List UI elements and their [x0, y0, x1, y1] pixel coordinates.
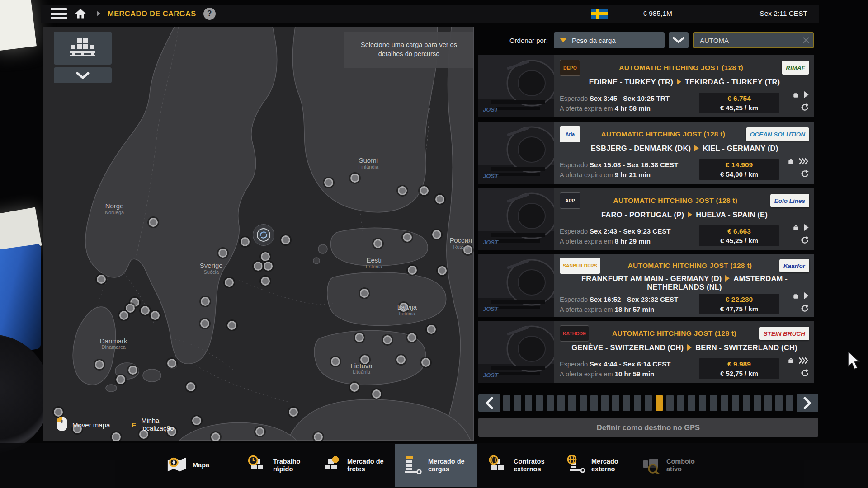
nav-tab-mercado-externo[interactable]: Mercado externo: [558, 443, 640, 488]
cargo-offer-card[interactable]: JOST APP AUTOMATIC HITCHING JOST (128 t)…: [478, 188, 814, 250]
city-marker[interactable]: [408, 266, 417, 275]
city-marker[interactable]: [421, 358, 430, 367]
cargo-offer-card[interactable]: JOST SANBUILDERS AUTOMATIC HITCHING JOST…: [478, 254, 814, 317]
menu-icon[interactable]: [51, 8, 67, 19]
city-marker[interactable]: [398, 186, 407, 195]
page-tick[interactable]: [699, 395, 706, 411]
page-tick[interactable]: [645, 395, 652, 411]
city-marker[interactable]: [372, 389, 381, 399]
nav-tab-mercado-de-cargas[interactable]: Mercado de cargas: [395, 444, 477, 487]
page-tick[interactable]: [580, 395, 587, 411]
city-marker[interactable]: [97, 275, 106, 284]
page-tick[interactable]: [764, 395, 772, 411]
city-marker[interactable]: [112, 432, 121, 441]
city-marker[interactable]: [126, 304, 135, 313]
home-icon[interactable]: [74, 8, 88, 19]
page-tick[interactable]: [786, 395, 793, 411]
city-marker[interactable]: [192, 416, 201, 425]
cargo-offer-card[interactable]: JOST DEPO AUTOMATIC HITCHING JOST (128 t…: [478, 55, 814, 117]
city-marker[interactable]: [261, 277, 270, 286]
city-marker[interactable]: [241, 237, 250, 246]
page-tick[interactable]: [721, 395, 728, 411]
city-marker[interactable]: [225, 278, 234, 287]
city-marker[interactable]: [407, 333, 416, 342]
city-marker[interactable]: [167, 359, 176, 368]
city-marker[interactable]: [261, 252, 270, 261]
city-marker[interactable]: [420, 186, 429, 195]
city-marker[interactable]: [355, 333, 364, 342]
page-tick[interactable]: [557, 395, 565, 411]
city-marker[interactable]: [201, 297, 210, 306]
page-tick[interactable]: [503, 395, 510, 411]
cargo-offer-card[interactable]: JOST KATHODE AUTOMATIC HITCHING JOST (12…: [478, 321, 814, 383]
city-marker[interactable]: [360, 289, 369, 298]
cargo-view-button[interactable]: [54, 32, 112, 65]
sort-dropdown[interactable]: Peso da carga: [554, 32, 665, 48]
page-tick[interactable]: [666, 395, 674, 411]
city-marker[interactable]: [186, 382, 195, 391]
page-tick[interactable]: [743, 395, 750, 411]
page-tick[interactable]: [547, 395, 554, 411]
city-marker[interactable]: [151, 311, 160, 320]
set-gps-destination-button[interactable]: Definir como destino no GPS: [478, 418, 818, 437]
page-tick[interactable]: [568, 395, 576, 411]
city-marker[interactable]: [427, 325, 436, 334]
city-marker[interactable]: [324, 178, 333, 187]
nav-tab-mapa[interactable]: Mapa: [159, 443, 241, 488]
city-marker[interactable]: [432, 230, 441, 239]
city-marker[interactable]: [95, 360, 104, 369]
sort-dropdown-chevron-button[interactable]: [669, 32, 689, 48]
page-tick[interactable]: [601, 395, 609, 411]
page-tick[interactable]: [612, 395, 619, 411]
nav-tab-contratos-externos[interactable]: Contratos externos: [480, 443, 562, 488]
city-marker[interactable]: [211, 432, 220, 441]
city-marker[interactable]: [350, 174, 359, 183]
page-previous-button[interactable]: [478, 394, 500, 412]
city-marker[interactable]: [54, 408, 63, 417]
page-tick[interactable]: [536, 395, 543, 411]
page-tick[interactable]: [623, 395, 630, 411]
nav-tab-trabalho-r-pido[interactable]: Trabalho rápido: [240, 443, 322, 488]
city-marker[interactable]: [399, 303, 408, 312]
collapse-chevron-button[interactable]: [54, 67, 112, 83]
city-marker[interactable]: [141, 306, 150, 315]
city-marker[interactable]: [396, 355, 406, 364]
city-marker[interactable]: [350, 383, 359, 392]
page-tick[interactable]: [590, 395, 598, 411]
page-tick[interactable]: [775, 395, 783, 411]
city-marker[interactable]: [200, 319, 209, 328]
city-marker[interactable]: [289, 408, 298, 417]
cargo-offer-card[interactable]: JOST Aria AUTOMATIC HITCHING JOST (128 t…: [478, 122, 814, 184]
clear-search-icon[interactable]: [799, 37, 813, 44]
page-tick[interactable]: [754, 395, 761, 411]
city-marker[interactable]: [281, 235, 290, 244]
city-marker[interactable]: [218, 249, 227, 258]
page-tick[interactable]: [732, 395, 739, 411]
page-next-button[interactable]: [797, 394, 818, 412]
city-marker[interactable]: [331, 357, 340, 366]
page-tick[interactable]: [677, 395, 684, 411]
city-marker[interactable]: [128, 366, 137, 375]
city-marker[interactable]: [149, 218, 158, 227]
city-marker[interactable]: [254, 262, 263, 271]
city-marker[interactable]: [119, 311, 128, 320]
city-marker[interactable]: [463, 245, 472, 254]
city-marker[interactable]: [264, 262, 273, 271]
city-marker[interactable]: [403, 233, 412, 242]
page-tick[interactable]: [514, 395, 521, 411]
city-marker[interactable]: [383, 335, 392, 344]
page-tick[interactable]: [525, 395, 532, 411]
city-marker[interactable]: [360, 355, 369, 364]
city-marker[interactable]: [435, 195, 444, 204]
city-marker[interactable]: [438, 266, 447, 275]
city-marker[interactable]: [227, 321, 236, 330]
nav-tab-mercado-de-fretes[interactable]: Mercado de fretes: [314, 443, 396, 488]
city-marker[interactable]: [116, 375, 125, 384]
page-tick-current[interactable]: [656, 395, 663, 411]
page-tick[interactable]: [710, 395, 717, 411]
page-tick[interactable]: [634, 395, 641, 411]
city-marker[interactable]: [373, 239, 382, 248]
help-icon[interactable]: ?: [203, 8, 216, 20]
city-marker[interactable]: [255, 427, 264, 436]
search-input[interactable]: [694, 37, 799, 44]
